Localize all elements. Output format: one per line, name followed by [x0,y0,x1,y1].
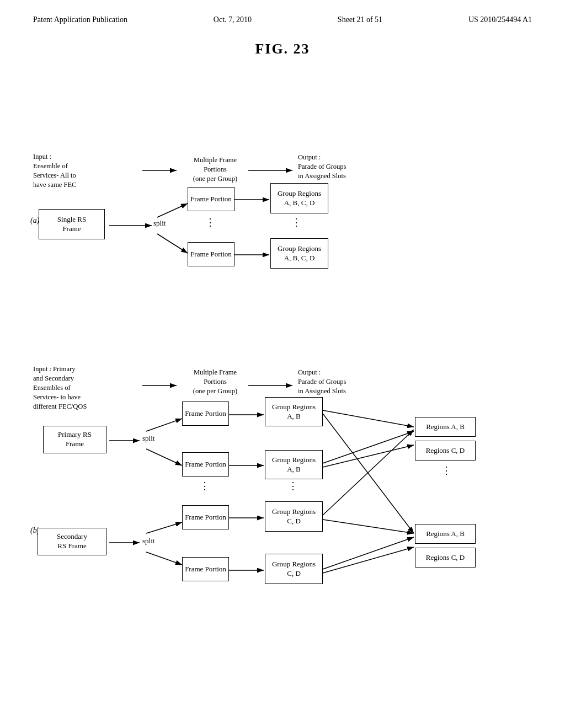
group-regions-ab2: Group Regions A, B [265,450,323,479]
group-regions-cd2: Group Regions C, D [265,554,323,584]
header-left: Patent Application Publication [33,15,127,24]
svg-line-5 [157,234,188,253]
svg-line-23 [323,445,414,467]
section-b-split-primary: split [142,433,154,443]
primary-rs-frame: Primary RS Frame [43,426,106,453]
dots-a-right: ⋮ [291,216,302,228]
section-b-middle-label: Multiple Frame Portions (one per Group) [182,368,248,396]
svg-line-17 [146,552,182,565]
svg-line-21 [323,414,414,533]
group-regions-cd1: Group Regions C, D [265,501,323,532]
svg-line-11 [146,419,182,431]
svg-line-26 [323,537,414,569]
single-rs-frame: Single RS Frame [39,209,105,239]
svg-line-4 [157,204,188,217]
group-regions-ab1: Group Regions A, B [265,397,323,426]
dots-b-fp: ⋮ [200,480,211,492]
svg-line-16 [146,522,182,533]
svg-line-22 [323,431,414,463]
page-header: Patent Application Publication Oct. 7, 2… [0,0,565,24]
section-a-middle-label: Multiple Frame Portions (one per Group) [182,156,248,184]
frame-portion-3: Frame Portion [182,505,229,529]
diagram-area: Input : Ensemble of Services- All to hav… [0,63,565,725]
section-a-split-label: split [153,218,166,228]
header-sheet: Sheet 21 of 51 [338,15,382,24]
dots-a-left: ⋮ [205,216,216,228]
frame-portion-2: Frame Portion [182,452,229,477]
svg-line-27 [323,547,414,573]
svg-line-24 [323,430,414,515]
frame-portion-4: Frame Portion [182,557,229,581]
frame-portion-top-a: Frame Portion [188,187,234,211]
svg-line-20 [323,410,414,427]
header-right: US 2010/254494 A1 [468,15,532,24]
svg-line-12 [146,449,182,465]
frame-portion-1: Frame Portion [182,402,229,426]
regions-ab2: Regions A, B [415,524,476,544]
regions-ab1: Regions A, B [415,417,476,437]
header-center: Oct. 7, 2010 [214,15,252,24]
group-regions-bot-a: Group Regions A, B, C, D [270,238,328,269]
dots-b-gr: ⋮ [288,480,299,492]
section-a-output-label: Output : Parade of Groups in Assigned Sl… [298,153,386,181]
regions-cd1: Regions C, D [415,441,476,461]
frame-portion-bot-a: Frame Portion [188,242,234,266]
group-regions-top-a: Group Regions A, B, C, D [270,183,328,213]
section-b-output-label: Output : Parade of Groups in Assigned Sl… [298,368,386,396]
section-a-input-label: Input : Ensemble of Services- All to hav… [33,152,132,190]
section-b-input-label: Input : Primary and Secondary Ensembles … [33,365,138,411]
regions-cd2: Regions C, D [415,548,476,568]
secondary-rs-frame: Secondary RS Frame [38,528,106,555]
dots-b-regions: ⋮ [441,464,452,477]
section-b-split-secondary: split [142,536,154,546]
fig-title: FIG. 23 [0,41,565,57]
section-label-a: (a) [30,216,39,225]
svg-line-25 [323,520,414,533]
